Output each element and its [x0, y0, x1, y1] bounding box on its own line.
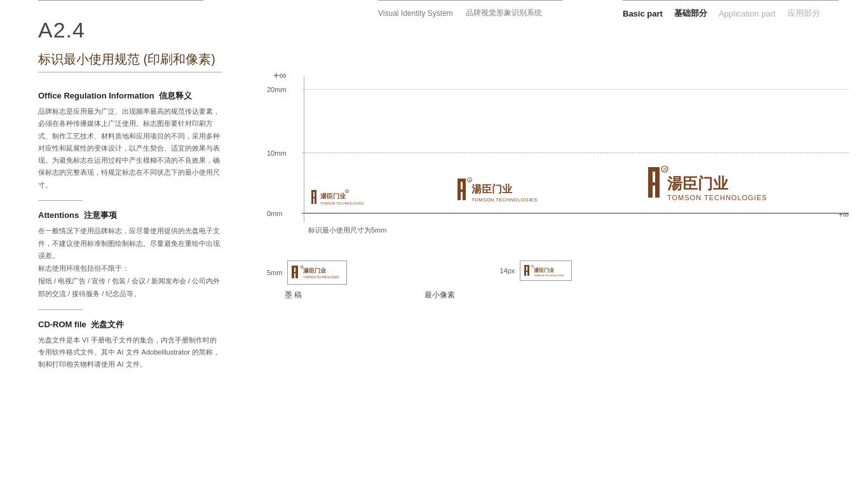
- center-nav: Visual Identity System 品牌视觉形象识别系统: [378, 8, 542, 18]
- basic-part-cn: 基础部分: [674, 8, 707, 19]
- print-logo-group: 5mm R 湯臣门业 TOMSON TECHNOLOGIES: [267, 261, 347, 285]
- vis-title-en: Visual Identity System: [378, 9, 453, 18]
- pixel-logo-box: R 湯臣门业 TOMSON TECHNOLOGIES: [520, 261, 572, 281]
- left-column: 标识最小使用规范 (印刷和像素) Office Regulation Infor…: [38, 51, 248, 370]
- office-text: 品牌标志是应用最为广泛、出现频率最高的规范传达要素，必须在各种传播媒体上广泛使用…: [38, 105, 222, 191]
- svg-text:湯臣门业: 湯臣门业: [303, 267, 327, 274]
- page-title: 标识最小使用规范 (印刷和像素): [38, 52, 215, 66]
- page-number: A2.4: [38, 18, 85, 43]
- app-part-cn: 应用部分: [787, 8, 820, 19]
- office-section: Office Regulation Information 信息释义 品牌标志是…: [38, 90, 248, 191]
- annotation-min: 标识最小使用尺寸为5mm: [308, 226, 386, 235]
- pixel-logo-group: 14px R 湯臣门业 TOMSON TECHNOLOGIES: [499, 261, 572, 281]
- attention-section: Attentions 注意事项 在一般情况下使用品牌标志，应尽量使用提供的光盘电…: [38, 210, 248, 301]
- vis-title-cn: 品牌视觉形象识别系统: [466, 8, 542, 18]
- plus-inf-right: +∞: [838, 210, 849, 219]
- attention-text3: 报纸 / 电视广告 / 宣传 / 包装 / 会议 / 新闻发布会 / 公司内外部…: [38, 275, 222, 301]
- size-5mm: 5mm: [267, 269, 282, 276]
- svg-text:R: R: [532, 266, 533, 268]
- svg-text:湯臣门业: 湯臣门业: [320, 193, 346, 200]
- h-line-20mm: [302, 89, 849, 90]
- svg-rect-32: [524, 265, 526, 276]
- right-nav: Basic part 基础部分 Application part 应用部分: [623, 8, 820, 19]
- svg-text:R: R: [469, 179, 471, 182]
- attention-text1: 在一般情况下使用品牌标志，应尽量使用提供的光盘电子文件，不建议使用标准制图绘制标…: [38, 225, 222, 262]
- logo-large: R 湯臣门业 TOMSON TECHNOLOGIES: [648, 162, 826, 210]
- svg-text:湯臣门业: 湯臣门业: [667, 175, 729, 192]
- app-part-en: Application part: [719, 9, 776, 18]
- svg-text:TOMSON TECHNOLOGIES: TOMSON TECHNOLOGIES: [320, 201, 364, 205]
- logo-medium: R 湯臣门业 TOMSON TECHNOLOGIES: [458, 175, 569, 210]
- svg-rect-10: [458, 179, 466, 182]
- cdrom-section: CD-ROM file 光盘文件 光盘文件是本 VI 手册电子文件的集合，内含手…: [38, 319, 248, 371]
- plus-inf-top: +∞: [273, 70, 287, 81]
- label-print: 墨 稿: [285, 290, 302, 301]
- svg-rect-34: [524, 265, 529, 267]
- page-title-container: 标识最小使用规范 (印刷和像素): [38, 51, 222, 72]
- cdrom-title: CD-ROM file 光盘文件: [38, 319, 248, 330]
- svg-rect-27: [292, 272, 298, 273]
- svg-rect-2: [311, 190, 316, 192]
- y-label-10mm: 10mm: [267, 149, 287, 157]
- svg-text:TOMSON TECHNOLOGIES: TOMSON TECHNOLOGIES: [534, 274, 564, 277]
- svg-rect-19: [648, 182, 660, 186]
- y-label-0mm: 0mm: [267, 210, 282, 217]
- dashed-line-10mm: [302, 152, 849, 153]
- svg-text:TOMSON TECHNOLOGIES: TOMSON TECHNOLOGIES: [471, 197, 538, 203]
- svg-rect-11: [458, 189, 466, 192]
- svg-rect-35: [524, 271, 529, 272]
- y-label-20mm: 20mm: [267, 86, 287, 93]
- attention-text2: 标志使用环境包括但不限于：: [38, 262, 222, 275]
- label-pixel: 最小像素: [424, 290, 455, 301]
- svg-rect-33: [527, 265, 529, 276]
- v-axis-line: [304, 76, 304, 222]
- svg-text:TOMSON TECHNOLOGIES: TOMSON TECHNOLOGIES: [303, 276, 339, 279]
- bottom-logos: 5mm R 湯臣门业 TOMSON TECHNOLOGIES: [267, 261, 572, 285]
- svg-rect-18: [648, 167, 660, 172]
- print-logo-box: R 湯臣门业 TOMSON TECHNOLOGIES: [287, 261, 347, 285]
- center-divider: [378, 0, 562, 1]
- logo-small: 湯臣门业 R TOMSON TECHNOLOGIES: [311, 187, 372, 210]
- page: A2.4 Visual Identity System 品牌视觉形象识别系统 B…: [0, 0, 868, 488]
- size-14px: 14px: [499, 267, 515, 274]
- svg-rect-3: [311, 197, 316, 198]
- h-line-0mm: [302, 213, 849, 214]
- cdrom-text: 光盘文件是本 VI 手册电子文件的集合，内含手册制作时的专用软件格式文件。其中 …: [38, 334, 222, 371]
- basic-part-en: Basic part: [623, 9, 663, 18]
- attention-title: Attentions 注意事项: [38, 210, 248, 221]
- svg-text:湯臣门业: 湯臣门业: [534, 267, 554, 273]
- svg-text:TOMSON TECHNOLOGIES: TOMSON TECHNOLOGIES: [667, 194, 767, 201]
- svg-text:R: R: [663, 167, 667, 172]
- right-divider: [623, 0, 839, 1]
- office-title: Office Regulation Information 信息释义: [38, 90, 248, 102]
- left-divider: [38, 0, 203, 1]
- svg-text:湯臣门业: 湯臣门业: [471, 183, 513, 194]
- section-divider-2: [38, 309, 83, 310]
- svg-rect-26: [292, 266, 298, 268]
- section-divider-1: [38, 200, 83, 201]
